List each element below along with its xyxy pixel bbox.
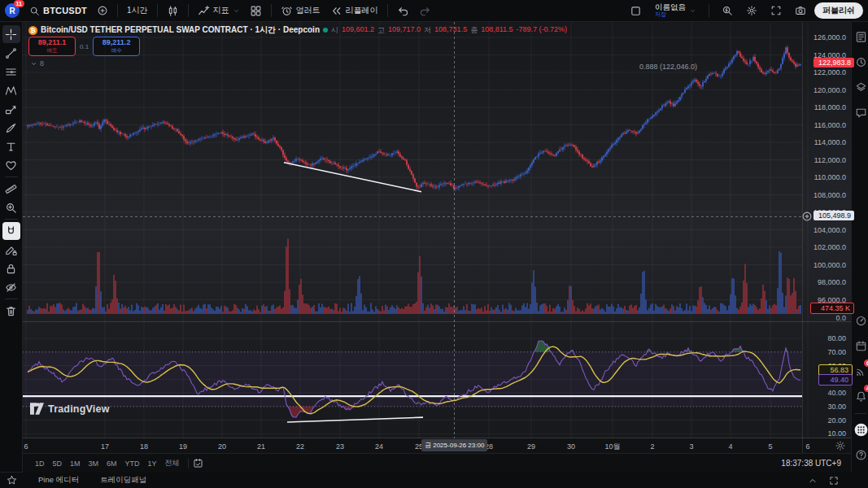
time-axis-settings-icon[interactable] <box>835 440 846 451</box>
chart-settings-button[interactable] <box>741 2 762 19</box>
expand-panel-icon[interactable] <box>808 476 818 486</box>
publish-button[interactable]: 퍼블리쉬 <box>814 2 863 19</box>
svg-text:21: 21 <box>257 442 265 451</box>
volume-value-badge: 474.35 K <box>810 303 854 314</box>
star-icon[interactable] <box>7 475 17 486</box>
calendar-icon[interactable] <box>853 338 868 354</box>
svg-text:126,000.0: 126,000.0 <box>813 33 846 41</box>
tab-trading-panel[interactable]: 트레이딩패널 <box>100 475 146 486</box>
hidden-indicator-count: 8 <box>40 59 44 68</box>
hlines-icon[interactable] <box>2 63 20 81</box>
help-icon[interactable] <box>853 447 868 463</box>
range-전체[interactable]: 전체 <box>161 456 184 470</box>
svg-text:10월: 10월 <box>604 442 620 451</box>
collapsed-indicators-toggle[interactable]: 8 <box>30 59 44 68</box>
brush-icon[interactable] <box>2 119 20 137</box>
range-1D[interactable]: 1D <box>31 458 49 469</box>
buy-button[interactable]: 89,211.2매수 <box>93 37 140 56</box>
apps-icon[interactable] <box>853 421 868 438</box>
bottom-bar: Pine 에디터 트레이딩패널 <box>0 472 850 488</box>
svg-text:120,000.0: 120,000.0 <box>813 86 846 94</box>
alert-button[interactable]: 얼러트 <box>276 2 325 20</box>
svg-text:104,000.0: 104,000.0 <box>813 226 846 234</box>
undo-icon <box>397 5 409 17</box>
quick-search-button[interactable] <box>717 2 738 19</box>
svg-text:10.00: 10.00 <box>827 429 846 438</box>
trendline-icon[interactable] <box>2 44 20 62</box>
user-avatar[interactable]: R 11 <box>5 3 20 18</box>
svg-text:6: 6 <box>805 442 809 451</box>
heart-icon[interactable] <box>2 156 20 174</box>
add-alert-plus-icon[interactable] <box>801 211 813 224</box>
range-YTD[interactable]: YTD <box>121 458 144 469</box>
eye-off-icon[interactable] <box>2 278 20 296</box>
spread-value: 0.1 <box>80 43 89 50</box>
draw-lock-icon[interactable] <box>2 241 20 259</box>
svg-text:6: 6 <box>24 442 28 451</box>
lock-icon[interactable] <box>2 259 20 277</box>
chevron-down-icon <box>30 60 37 68</box>
goto-date-icon[interactable] <box>193 458 203 468</box>
symbol-search-button[interactable]: BTCUSDT <box>24 3 92 19</box>
crosshair-icon[interactable] <box>2 25 20 43</box>
svg-text:100,000.0: 100,000.0 <box>813 261 846 269</box>
maximize-panel-icon[interactable] <box>829 476 839 486</box>
clock-icon[interactable] <box>853 54 868 70</box>
zoom-icon[interactable] <box>2 198 20 216</box>
ruler-icon[interactable] <box>2 180 20 198</box>
chat-icon[interactable] <box>853 104 868 120</box>
tab-pine-editor[interactable]: Pine 에디터 <box>38 475 79 486</box>
range-3M[interactable]: 3M <box>85 458 103 469</box>
replay-button[interactable]: 리플레이 <box>325 2 383 20</box>
symbol-label: BTCUSDT <box>43 6 87 15</box>
range-6M[interactable]: 6M <box>103 458 121 469</box>
undo-button[interactable] <box>392 2 414 20</box>
rsi-value-badge: 49.40 <box>818 374 853 386</box>
svg-text:40.00: 40.00 <box>827 389 846 397</box>
chevron-down-icon <box>689 7 696 15</box>
top-toolbar: R 11 BTCUSDT 1시간 지표 얼러트 <box>0 0 868 22</box>
count-badge: 6 <box>864 359 868 367</box>
snapshot-button[interactable] <box>790 2 811 19</box>
indicator-templates-button[interactable] <box>245 2 267 20</box>
bitcoin-icon: ₿ <box>28 26 37 35</box>
svg-text:110,000.0: 110,000.0 <box>814 173 846 181</box>
layout-name-button[interactable]: 이름없음 저장 <box>650 1 701 20</box>
redo-button[interactable] <box>414 2 436 20</box>
redo-icon <box>419 5 431 17</box>
svg-text:20.00: 20.00 <box>827 416 846 425</box>
layout-select-button[interactable] <box>625 2 647 20</box>
range-5D[interactable]: 5D <box>49 458 67 469</box>
sell-button[interactable]: 89,211.1매도 <box>28 37 76 56</box>
range-1M[interactable]: 1M <box>66 458 85 469</box>
gauge-icon[interactable] <box>853 312 868 329</box>
signal-icon[interactable]: 6 <box>853 363 868 379</box>
fib-level-label[interactable]: 0.888 (122,046.0) <box>639 63 697 71</box>
layers-icon[interactable] <box>853 79 868 95</box>
chart-canvas[interactable]: 126,000.0124,000.0122,000.0120,000.0118,… <box>23 22 851 453</box>
bell-icon[interactable]: 4 <box>853 388 868 404</box>
chart-legend[interactable]: ₿ Bitcoin/USD TETHER PERPETUAL SWAP CONT… <box>28 24 567 36</box>
svg-text:29: 29 <box>527 442 535 451</box>
xabcd-icon[interactable] <box>2 81 20 99</box>
forecast-icon[interactable] <box>2 100 20 118</box>
alarm-clock-icon <box>281 5 293 17</box>
fullscreen-button[interactable] <box>765 2 787 19</box>
chart-area[interactable]: 126,000.0124,000.0122,000.0120,000.0118,… <box>23 22 851 472</box>
indicators-button[interactable]: 지표 <box>193 2 245 20</box>
toolbar-divider <box>188 4 189 17</box>
right-sidebar: 64 <box>851 22 868 472</box>
text-icon[interactable] <box>2 137 20 155</box>
crosshair-time-badge: 금 2025-09-26 23:00 <box>421 439 487 451</box>
session-clock[interactable]: 18:37:38 UTC+9 <box>781 459 841 468</box>
range-1Y[interactable]: 1Y <box>144 458 161 469</box>
watchlist-icon[interactable] <box>853 28 868 45</box>
chart-style-button[interactable] <box>162 2 184 20</box>
magnet-icon[interactable] <box>2 222 20 240</box>
svg-text:30: 30 <box>567 442 575 451</box>
compare-add-symbol-button[interactable] <box>92 2 113 19</box>
trash-icon[interactable] <box>2 302 20 320</box>
interval-button[interactable]: 1시간 <box>122 2 153 19</box>
gear-icon <box>746 5 757 16</box>
save-link[interactable]: 저장 <box>655 11 666 18</box>
